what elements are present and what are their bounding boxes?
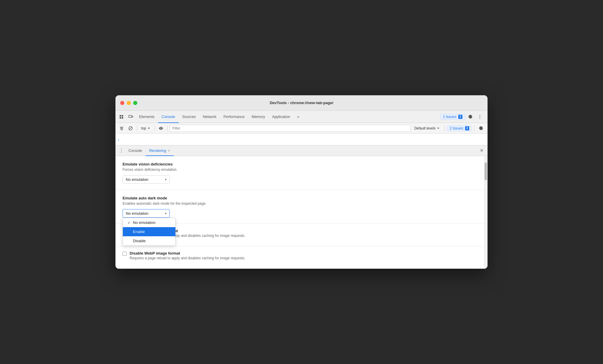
tab-sources[interactable]: Sources [179, 111, 199, 123]
title-bar: DevTools - chrome://new-tab-page/ [115, 95, 488, 111]
traffic-lights [120, 101, 137, 105]
webp-section: Disable WebP image format Requires a pag… [115, 246, 488, 269]
vision-deficiencies-dropdown-container: No emulation ▾ [123, 175, 170, 184]
dropdown-item-enable[interactable]: ✓ Enable [123, 227, 175, 236]
webp-title: Disable WebP image format [130, 251, 245, 255]
tab-more[interactable]: » [294, 111, 303, 123]
toolbar-divider-4 [444, 125, 445, 131]
issues-badge[interactable]: 2 Issues: 2 [440, 114, 465, 120]
console-toolbar: top Default levels 2 Issues: 2 [115, 123, 488, 134]
tab-performance[interactable]: Performance [220, 111, 248, 123]
svg-point-4 [480, 118, 480, 118]
dropdown-item-disable[interactable]: ✓ Disable [123, 236, 175, 245]
window-title: DevTools - chrome://new-tab-page/ [270, 101, 333, 105]
clear-console-icon[interactable] [118, 124, 126, 132]
tab-application[interactable]: Application [268, 111, 294, 123]
auto-dark-mode-desc: Enables automatic dark mode for the insp… [123, 201, 480, 206]
vision-deficiencies-select[interactable]: No emulation ▾ [123, 175, 170, 184]
context-selector[interactable]: top [139, 126, 152, 131]
svg-line-6 [129, 127, 132, 130]
auto-dark-mode-dropdown-menu: ✓ No emulation ✓ Enable ✓ Disable [123, 218, 176, 246]
tab-console[interactable]: Console [158, 111, 179, 123]
auto-dark-mode-select[interactable]: No emulation ▾ [123, 209, 170, 218]
rendering-content: Emulate vision deficiencies Forces visio… [115, 156, 488, 269]
inspect-icon[interactable] [117, 112, 126, 122]
maximize-button[interactable] [133, 101, 137, 105]
webp-content: Disable WebP image format Requires a pag… [130, 251, 245, 264]
tab-network[interactable]: Network [199, 111, 220, 123]
dropdown-item-no-emulation[interactable]: ✓ No emulation [123, 218, 175, 227]
more-options-icon[interactable] [476, 113, 484, 121]
device-toggle-icon[interactable] [126, 112, 136, 122]
console-settings-icon[interactable] [477, 124, 485, 132]
settings-icon[interactable] [466, 113, 475, 121]
svg-point-3 [480, 116, 480, 117]
webp-checkbox[interactable] [123, 252, 127, 256]
close-button[interactable] [120, 101, 124, 105]
issues-icon: 2 [458, 115, 462, 119]
toolbar-divider-2 [154, 125, 155, 131]
toolbar-divider-3 [167, 125, 167, 131]
svg-rect-1 [132, 116, 133, 117]
drawer-close-button[interactable]: × [478, 147, 485, 154]
toolbar-divider-5 [474, 125, 475, 131]
drawer-tab-console[interactable]: Console [125, 145, 146, 156]
drawer-menu-icon[interactable]: ⋮ [118, 147, 125, 154]
svg-point-2 [480, 115, 480, 115]
auto-dark-mode-title: Emulate auto dark mode [123, 196, 480, 200]
auto-dark-mode-section: Emulate auto dark mode Enables automatic… [115, 190, 488, 224]
block-icon[interactable] [127, 124, 134, 132]
rendering-close-icon[interactable]: × [168, 149, 170, 153]
vision-deficiencies-desc: Forces vision deficiency emulation [123, 168, 480, 172]
issues-badge-toolbar[interactable]: 2 Issues: 2 [447, 125, 472, 131]
tab-memory[interactable]: Memory [248, 111, 268, 123]
issues-toolbar-icon: 2 [465, 126, 469, 130]
drawer-tab-rendering[interactable]: Rendering × [146, 145, 174, 156]
scrollbar[interactable] [484, 156, 488, 269]
drawer-tab-bar: ⋮ Console Rendering × × [115, 145, 488, 156]
vision-select-arrow-icon: ▾ [165, 178, 167, 181]
toolbar-divider [137, 125, 137, 131]
auto-dark-mode-dropdown-container: No emulation ▾ ✓ No emulation ✓ Enable [123, 209, 170, 218]
issues-label: 2 Issues: [443, 115, 457, 119]
tab-actions: 2 Issues: 2 [440, 113, 486, 121]
vision-deficiencies-title: Emulate vision deficiencies [123, 162, 480, 166]
console-output: › [115, 134, 488, 145]
devtools-tab-bar: Elements Console Sources Network Perform… [115, 111, 488, 123]
webp-desc: Requires a page reload to apply and disa… [130, 256, 245, 260]
svg-rect-0 [129, 115, 132, 117]
minimize-button[interactable] [127, 101, 131, 105]
console-chevron-icon[interactable]: › [118, 137, 119, 142]
issues-toolbar-label: 2 Issues: [450, 126, 464, 130]
devtools-window: DevTools - chrome://new-tab-page/ Elemen… [115, 95, 488, 269]
filter-input[interactable] [170, 125, 411, 132]
default-levels-button[interactable]: Default levels [412, 126, 442, 131]
tab-elements[interactable]: Elements [136, 111, 158, 123]
vision-deficiencies-section: Emulate vision deficiencies Forces visio… [115, 156, 488, 190]
dark-mode-select-arrow-icon: ▾ [165, 212, 167, 215]
eye-icon[interactable] [157, 124, 165, 132]
rendering-panel: Emulate vision deficiencies Forces visio… [115, 156, 488, 269]
checkmark-icon: ✓ [128, 221, 131, 225]
scrollbar-thumb[interactable] [485, 163, 487, 180]
